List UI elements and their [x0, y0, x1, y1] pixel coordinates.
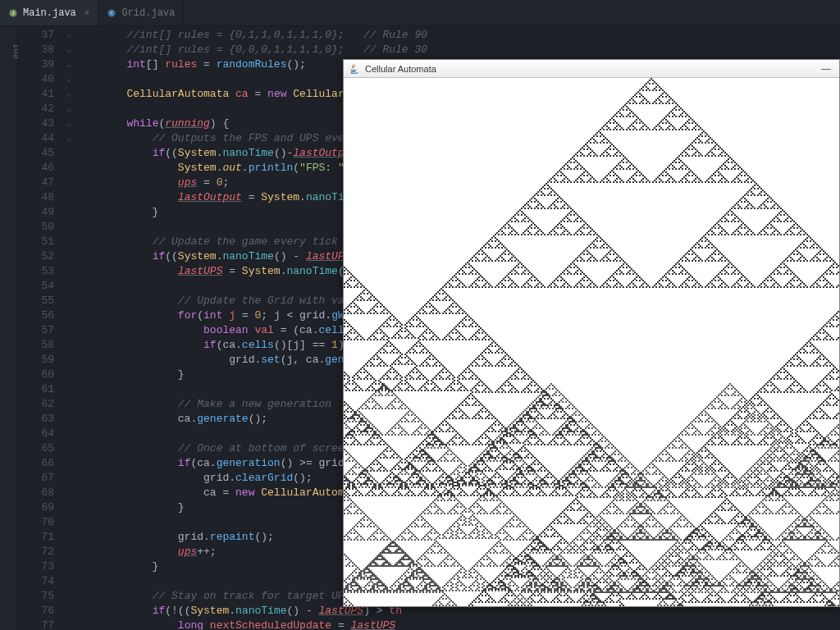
tab-label: Grid.java	[121, 7, 175, 19]
tool-window-stripe[interactable]: ent	[0, 26, 18, 630]
java-file-icon: J	[8, 8, 18, 18]
svg-text:C: C	[111, 11, 114, 16]
close-icon[interactable]: ×	[81, 8, 90, 18]
cellular-automata-window[interactable]: Cellular Automata —	[343, 59, 840, 607]
svg-text:J: J	[11, 11, 15, 16]
automata-canvas-container	[344, 78, 839, 606]
java-icon	[349, 63, 360, 75]
tab-grid-java[interactable]: C Grid.java	[98, 0, 184, 25]
minimize-button[interactable]: —	[818, 63, 834, 75]
window-title: Cellular Automata	[365, 64, 436, 74]
window-titlebar[interactable]: Cellular Automata —	[344, 60, 839, 78]
tab-label: Main.java	[23, 7, 76, 19]
java-file-icon: C	[107, 8, 116, 18]
line-number-gutter: 3738394041424344454647484950515253545556…	[18, 26, 62, 630]
automata-canvas	[344, 78, 839, 606]
fold-gutter[interactable]: ⌄ ⌄⌄ ⌄ ⌄ ⌄ ⌄ ⌄	[62, 26, 75, 630]
tab-bar: J Main.java × C Grid.java	[0, 0, 840, 26]
tab-main-java[interactable]: J Main.java ×	[0, 0, 98, 25]
